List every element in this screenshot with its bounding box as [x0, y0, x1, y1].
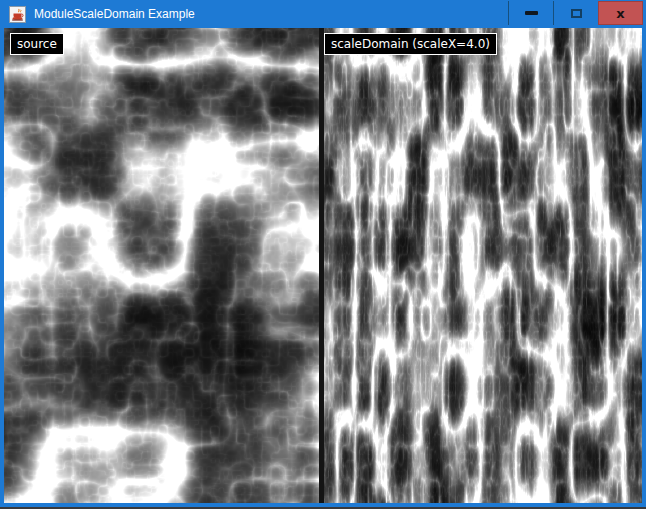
- scale-domain-label: scaleDomain (scaleX=4.0): [324, 33, 497, 55]
- window-title: ModuleScaleDomain Example: [34, 0, 195, 28]
- maximize-button[interactable]: [553, 1, 598, 25]
- minimize-icon: [525, 11, 538, 15]
- content-area: source scaleDomain (scaleX=4.0): [4, 28, 642, 503]
- close-button[interactable]: x: [598, 1, 643, 25]
- window-controls: x: [508, 1, 643, 25]
- java-icon: [9, 6, 26, 23]
- source-label: source: [10, 33, 64, 55]
- app-window: ModuleScaleDomain Example x source scale…: [0, 0, 646, 509]
- title-bar[interactable]: ModuleScaleDomain Example x: [0, 0, 646, 28]
- maximize-icon: [571, 9, 582, 18]
- source-noise-canvas: [4, 28, 319, 503]
- close-icon: x: [616, 7, 624, 20]
- source-panel: source: [4, 28, 319, 503]
- scale-domain-noise-canvas: [324, 28, 642, 503]
- minimize-button[interactable]: [508, 1, 553, 25]
- scale-domain-panel: scaleDomain (scaleX=4.0): [324, 28, 642, 503]
